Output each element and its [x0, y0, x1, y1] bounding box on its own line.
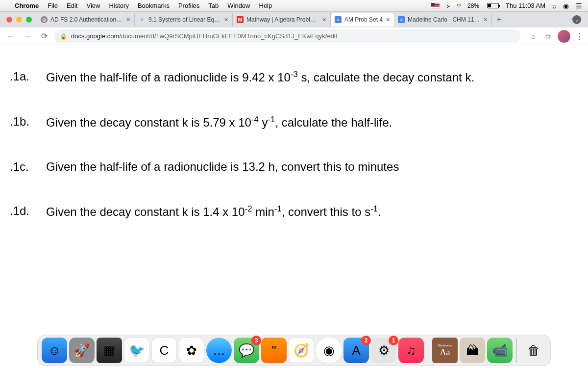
globe-icon: ⊕	[41, 16, 48, 23]
problem-text: Given the half-life of a radionuclide is…	[46, 70, 474, 84]
bookmark-star-icon[interactable]: ☆	[543, 31, 553, 41]
close-tab-icon[interactable]: ✕	[322, 17, 326, 23]
document-body[interactable]: .1a. Given the half-life of a radionucli…	[0, 45, 588, 333]
back-button[interactable]: ←	[4, 29, 18, 43]
window-controls	[6, 17, 32, 23]
badge: 1	[389, 336, 398, 345]
minimize-window-button[interactable]	[16, 17, 22, 23]
new-tab-button[interactable]: +	[492, 13, 506, 26]
close-window-button[interactable]	[6, 17, 12, 23]
dock: ☺ 🚀 ▦ 🐦 C ✿ … 💬3 " 🧭 ◉ A2 ⚙1 ♫ Dictionar…	[37, 335, 551, 366]
mission-control-icon[interactable]: ▦	[97, 338, 122, 363]
appstore-icon[interactable]: A2	[343, 338, 369, 363]
docs-icon: ≡	[398, 16, 405, 23]
chrome-icon[interactable]: ◉	[316, 338, 342, 363]
battery-percent[interactable]: 28%	[467, 2, 479, 9]
problem-1d: .1d. Given the decay constant k is 1.4 x…	[10, 204, 583, 219]
trash-icon[interactable]: 🗑	[521, 338, 546, 363]
dock-separator	[516, 339, 517, 362]
problem-label: .1d.	[10, 204, 34, 219]
pages-icon[interactable]: "	[261, 338, 287, 363]
chrome-menu-button[interactable]: ⋮	[575, 31, 584, 42]
book-icon: ≡	[139, 16, 146, 23]
close-tab-icon[interactable]: ✕	[483, 17, 488, 23]
menu-history[interactable]: History	[109, 2, 128, 9]
address-bar[interactable]: 🔒 docs.google.com/document/d/1wQ9rSCMpiU…	[54, 29, 520, 43]
tab-title: AM Prob Set 4	[344, 16, 383, 23]
tab-madeline-carlo[interactable]: ≡ Madeline Carlo - CHM 112-1 Fi ✕	[394, 13, 492, 26]
battery-icon[interactable]	[487, 3, 499, 8]
problem-text: Given the half-life of a radionuclide is…	[46, 160, 399, 174]
facetime-icon[interactable]: 📹	[487, 338, 513, 363]
menu-profiles[interactable]: Profiles	[178, 2, 199, 9]
app-menu[interactable]: Chrome	[15, 2, 39, 9]
close-tab-icon[interactable]: ✕	[386, 17, 390, 23]
docs-icon: ≡	[335, 16, 342, 23]
dictionary-icon[interactable]: DictionaryAa	[432, 338, 458, 363]
photo-preview-icon[interactable]: 🏔	[460, 338, 485, 363]
system-preferences-icon[interactable]: ⚙1	[371, 338, 396, 363]
tab-title: AD FS 2.0 Authentication Web	[50, 16, 123, 23]
problem-1b: .1b. Given the decay constant k is 5.79 …	[10, 115, 583, 130]
messages-blue-icon[interactable]: …	[206, 338, 232, 363]
problem-label: .1c.	[10, 160, 34, 174]
problem-label: .1b.	[10, 115, 34, 130]
badge: 3	[251, 336, 261, 345]
music-icon[interactable]: ♫	[398, 338, 424, 363]
tab-mathway[interactable]: M Mathway | Algebra Problem So ✕	[233, 13, 331, 26]
menu-window[interactable]: Window	[227, 2, 250, 9]
chrome-tab-strip: ⊕ AD FS 2.0 Authentication Web ✕ ≡ 9.1 S…	[0, 12, 588, 27]
tab-title: Mathway | Algebra Problem So	[246, 16, 319, 23]
close-tab-icon[interactable]: ✕	[224, 17, 228, 23]
tab-adfs[interactable]: ⊕ AD FS 2.0 Authentication Web ✕	[37, 13, 135, 26]
photos-icon[interactable]: ✿	[179, 338, 204, 363]
forward-button[interactable]: →	[21, 29, 34, 43]
menu-view[interactable]: View	[86, 2, 100, 9]
problem-1a: .1a. Given the half-life of a radionucli…	[10, 70, 583, 84]
input-source-flag-icon[interactable]	[431, 3, 440, 9]
maximize-window-button[interactable]	[26, 17, 32, 23]
messages-icon[interactable]: 💬3	[234, 338, 259, 363]
close-tab-icon[interactable]: ✕	[126, 17, 130, 23]
launchpad-icon[interactable]: 🚀	[69, 338, 95, 363]
problem-text: Given the decay constant k is 1.4 x 10-2…	[46, 204, 381, 219]
problem-1c: .1c. Given the half-life of a radionucli…	[10, 160, 583, 174]
tab-search-button[interactable]: ⌄	[572, 15, 581, 24]
tab-linear-equations[interactable]: ≡ 9.1 Systems of Linear Equation ✕	[135, 13, 233, 26]
problem-text: Given the decay constant k is 5.79 x 10-…	[46, 115, 392, 130]
menu-file[interactable]: File	[48, 2, 58, 9]
bluetooth-icon[interactable]: ᚛	[446, 2, 450, 10]
mail-icon[interactable]: 🐦	[124, 338, 149, 363]
tab-title: 9.1 Systems of Linear Equation	[148, 16, 221, 23]
reload-button[interactable]: ⟳	[37, 29, 51, 43]
tab-title: Madeline Carlo - CHM 112-1 Fi	[408, 16, 480, 23]
spotlight-icon[interactable]: ⌕	[552, 2, 556, 10]
profile-avatar[interactable]	[558, 30, 570, 43]
notification-center-icon[interactable]: ☰	[576, 2, 582, 10]
lock-icon[interactable]: 🔒	[60, 33, 67, 40]
badge: 2	[361, 336, 371, 345]
zoom-icon[interactable]: ⌕	[528, 31, 538, 41]
ccleaner-icon[interactable]: C	[151, 338, 177, 363]
menu-edit[interactable]: Edit	[67, 2, 77, 9]
control-center-icon[interactable]: ◉	[563, 2, 569, 10]
menu-bookmarks[interactable]: Bookmarks	[138, 2, 170, 9]
url-text: docs.google.com/document/d/1wQ9rSCMpiUEH…	[71, 32, 337, 40]
wifi-icon[interactable]: ⌔	[457, 2, 461, 10]
macos-menubar: Chrome File Edit View History Bookmarks …	[0, 0, 588, 12]
menu-tab[interactable]: Tab	[208, 2, 219, 9]
problem-label: .1a.	[10, 70, 34, 84]
mathway-icon: M	[237, 16, 244, 23]
menubar-clock[interactable]: Thu 11:03 AM	[506, 2, 545, 9]
safari-icon[interactable]: 🧭	[289, 338, 314, 363]
tab-am-prob-set[interactable]: ≡ AM Prob Set 4 ✕	[331, 13, 394, 26]
dock-separator	[428, 339, 428, 362]
chrome-toolbar: ← → ⟳ 🔒 docs.google.com/document/d/1wQ9r…	[0, 27, 588, 45]
finder-icon[interactable]: ☺	[42, 338, 67, 363]
menu-help[interactable]: Help	[259, 2, 272, 9]
